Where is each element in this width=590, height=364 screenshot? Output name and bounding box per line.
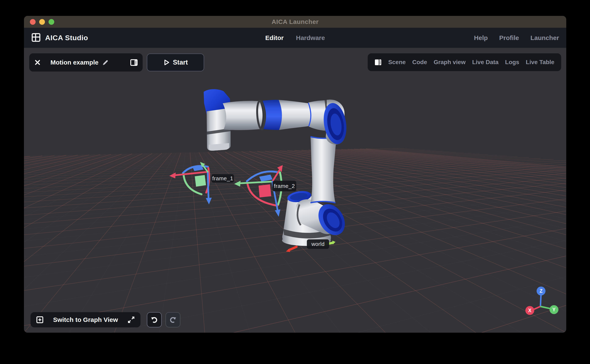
- zoom-window-button[interactable]: [48, 19, 54, 25]
- window-controls: [30, 19, 54, 25]
- toggle-side-panel-button[interactable]: [130, 59, 138, 66]
- aica-logo-icon: [32, 33, 40, 43]
- pencil-icon: [102, 59, 109, 66]
- orientation-triad[interactable]: Z X Y: [525, 286, 558, 315]
- play-icon: [163, 59, 169, 66]
- pipeline-toolbar: Motion example: [29, 53, 143, 72]
- toggle-scene-panel-button[interactable]: [375, 59, 382, 66]
- tab-logs[interactable]: Logs: [505, 59, 519, 66]
- view-tabs-bar: Scene Code Graph view Live Data Logs Liv…: [368, 53, 561, 71]
- undo-button[interactable]: [147, 312, 162, 327]
- help-link[interactable]: Help: [474, 34, 488, 41]
- expand-icon: [127, 316, 135, 324]
- tab-live-table[interactable]: Live Table: [526, 59, 554, 66]
- start-button-label: Start: [173, 59, 188, 66]
- world-frame-label: world: [307, 239, 329, 249]
- minimize-window-button[interactable]: [39, 19, 45, 25]
- tab-live-data[interactable]: Live Data: [472, 59, 499, 66]
- frame-1-label: frame_1: [212, 174, 234, 183]
- undo-icon: [150, 316, 158, 324]
- scene-viewport[interactable]: Z X Y frame_1 frame_2 world Motion examp…: [24, 48, 566, 333]
- tab-editor[interactable]: Editor: [265, 34, 284, 41]
- graph-view-icon: [36, 316, 44, 324]
- robot-forearm: [310, 136, 337, 203]
- triad-z-label: Z: [540, 288, 543, 294]
- window-title: AICA Launcher: [271, 18, 319, 25]
- frame-1-plane-yz[interactable]: [195, 175, 206, 187]
- tab-graph-view[interactable]: Graph view: [434, 59, 466, 66]
- frame-2-plane-yz[interactable]: [259, 184, 271, 197]
- titlebar: AICA Launcher: [24, 16, 566, 28]
- brand: AICA Studio: [32, 33, 88, 43]
- rename-pipeline-button[interactable]: [102, 59, 109, 66]
- triad-y-label: Y: [552, 307, 556, 312]
- redo-icon: [169, 316, 177, 324]
- tab-hardware[interactable]: Hardware: [296, 34, 325, 41]
- switch-view-label: Switch to Graph View: [53, 316, 118, 323]
- nav-tabs: Editor Hardware: [265, 34, 325, 41]
- tab-scene[interactable]: Scene: [388, 59, 406, 66]
- app-window: AICA Launcher AICA Studio Editor Hardwar…: [24, 16, 566, 333]
- switch-view-button[interactable]: Switch to Graph View: [31, 312, 141, 327]
- triad-x-label: X: [528, 308, 531, 313]
- pipeline-name: Motion example: [50, 59, 99, 66]
- close-pipeline-button[interactable]: [34, 59, 41, 66]
- redo-button[interactable]: [166, 312, 180, 327]
- close-window-button[interactable]: [30, 19, 36, 25]
- panel-right-icon: [130, 59, 138, 66]
- panel-left-icon: [375, 59, 382, 66]
- close-icon: [34, 59, 41, 66]
- profile-link[interactable]: Profile: [499, 34, 519, 41]
- nav-links: Help Profile Launcher: [474, 34, 559, 41]
- frame-2-label: frame_2: [273, 181, 296, 191]
- navbar: AICA Studio Editor Hardware Help Profile…: [24, 28, 566, 48]
- brand-name: AICA Studio: [45, 34, 88, 42]
- tab-code[interactable]: Code: [412, 59, 427, 66]
- start-button[interactable]: Start: [147, 53, 204, 71]
- robot-upperarm-blue-band: [262, 100, 282, 130]
- launcher-link[interactable]: Launcher: [530, 34, 559, 41]
